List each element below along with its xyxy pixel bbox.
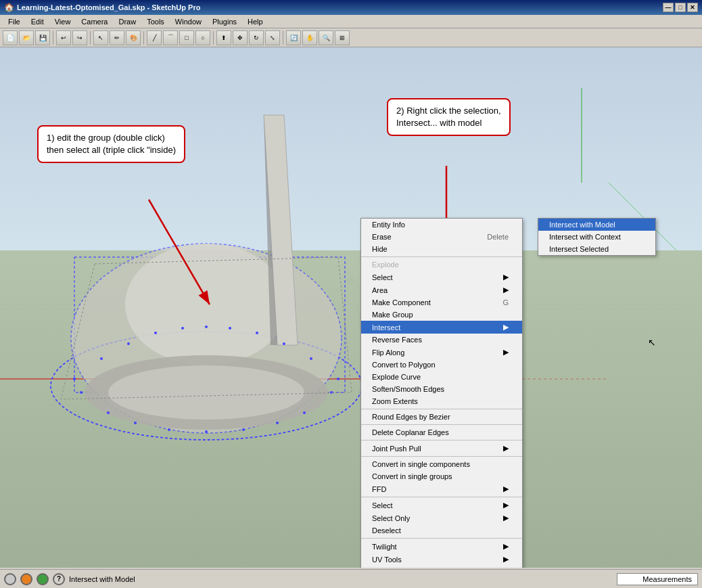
viewport: 1) edit the group (double click) then se… bbox=[0, 47, 702, 568]
ctx-select2[interactable]: Select ▶ bbox=[361, 499, 522, 512]
toolbar-redo[interactable]: ↪ bbox=[72, 30, 87, 45]
ctx-convert-polygon[interactable]: Convert to Polygon bbox=[361, 359, 522, 371]
ctx-flip-along[interactable]: Flip Along ▶ bbox=[361, 346, 522, 359]
toolbar-scale[interactable]: ⤡ bbox=[265, 30, 280, 45]
toolbar-move[interactable]: ✥ bbox=[233, 30, 248, 45]
context-menu: Entity Info Erase Delete Hide Explode Se… bbox=[360, 218, 523, 568]
ctx-sep3 bbox=[361, 424, 522, 425]
menu-camera[interactable]: Camera bbox=[76, 16, 113, 27]
close-button[interactable]: ✕ bbox=[687, 3, 698, 12]
status-circle-1[interactable] bbox=[4, 573, 16, 585]
ctx-sep6 bbox=[361, 497, 522, 497]
toolbar-zoomextents[interactable]: ⊞ bbox=[335, 30, 350, 45]
svg-point-25 bbox=[125, 244, 287, 365]
ctx-hide[interactable]: Hide bbox=[361, 243, 522, 255]
ctx-select-only[interactable]: Select Only ▶ bbox=[361, 512, 522, 524]
ctx-soften-smooth[interactable]: Soften/Smooth Edges bbox=[361, 383, 522, 395]
ctx-delete-coplanar[interactable]: Delete Coplanar Edges bbox=[361, 426, 522, 438]
ctx-zoom-extents[interactable]: Zoom Extents bbox=[361, 395, 522, 407]
toolbar-line[interactable]: ╱ bbox=[147, 30, 162, 45]
svg-point-44 bbox=[168, 428, 170, 431]
svg-point-47 bbox=[276, 422, 279, 424]
svg-point-46 bbox=[242, 428, 245, 431]
ctx-ffd[interactable]: FFD ▶ bbox=[361, 482, 522, 495]
ctx-erase[interactable]: Erase Delete bbox=[361, 231, 522, 243]
menu-window[interactable]: Window bbox=[170, 16, 207, 27]
maximize-button[interactable]: □ bbox=[675, 3, 686, 12]
title-bar: 🏠 Learning-Latest-Optomised_Gai.skp - Sk… bbox=[0, 0, 702, 15]
ctx-make-group[interactable]: Make Group bbox=[361, 309, 522, 321]
menu-draw[interactable]: Draw bbox=[113, 16, 141, 27]
toolbar-pan[interactable]: ✋ bbox=[302, 30, 317, 45]
menu-view[interactable]: View bbox=[49, 16, 76, 27]
toolbar-zoom[interactable]: 🔍 bbox=[319, 30, 333, 45]
status-circle-2[interactable] bbox=[20, 573, 32, 585]
ctx-sep2 bbox=[361, 409, 522, 409]
submenu-intersect-model[interactable]: Intersect with Model bbox=[538, 219, 655, 231]
svg-point-37 bbox=[256, 332, 258, 334]
ctx-twilight[interactable]: Twilight ▶ bbox=[361, 540, 522, 553]
toolbar-rotate[interactable]: ↻ bbox=[249, 30, 264, 45]
toolbar-pushpull[interactable]: ⬆ bbox=[216, 30, 231, 45]
ctx-intersect[interactable]: Intersect ▶ bbox=[361, 321, 522, 334]
svg-point-43 bbox=[134, 422, 137, 424]
toolbar-select[interactable]: ↖ bbox=[93, 30, 108, 45]
status-circle-3[interactable] bbox=[37, 573, 49, 585]
ctx-round-edges[interactable]: Round Edges by Bezier bbox=[361, 411, 522, 423]
annotation1-line1: 1) edit the group (double click) bbox=[47, 133, 165, 143]
annotation1: 1) edit the group (double click) then se… bbox=[37, 125, 185, 163]
toolbar-undo[interactable]: ↩ bbox=[56, 30, 71, 45]
ctx-area[interactable]: Area ▶ bbox=[361, 284, 522, 296]
menu-bar: File Edit View Camera Draw Tools Window … bbox=[0, 15, 702, 28]
ctx-reverse-faces[interactable]: Reverse Faces bbox=[361, 334, 522, 346]
toolbar-open[interactable]: 📂 bbox=[19, 30, 34, 45]
title-bar-controls[interactable]: — □ ✕ bbox=[663, 3, 698, 12]
status-bar: ? Intersect with Model Measurements bbox=[0, 569, 702, 588]
menu-plugins[interactable]: Plugins bbox=[207, 16, 242, 27]
ctx-sep7 bbox=[361, 538, 522, 539]
ctx-uv-tools[interactable]: UV Tools ▶ bbox=[361, 553, 522, 566]
toolbar-circle[interactable]: ○ bbox=[195, 30, 210, 45]
svg-point-39 bbox=[310, 357, 312, 360]
window-title: Learning-Latest-Optomised_Gai.skp - Sket… bbox=[17, 3, 200, 12]
ctx-convert-groups[interactable]: Convert in single groups bbox=[361, 470, 522, 482]
toolbar-arc[interactable]: ⌒ bbox=[163, 30, 178, 45]
submenu-intersect: Intersect with Model Intersect with Cont… bbox=[538, 218, 656, 256]
submenu-intersect-selected[interactable]: Intersect Selected bbox=[538, 243, 655, 255]
minimize-button[interactable]: — bbox=[663, 3, 674, 12]
toolbar-orbit[interactable]: 🔄 bbox=[286, 30, 301, 45]
ctx-fredo-scale[interactable]: FredoScale ▶ bbox=[361, 566, 522, 568]
svg-point-36 bbox=[229, 327, 231, 330]
status-text: Intersect with Model bbox=[69, 575, 613, 583]
ctx-select[interactable]: Select ▶ bbox=[361, 271, 522, 284]
svg-point-41 bbox=[80, 391, 83, 394]
ctx-make-component[interactable]: Make Component G bbox=[361, 296, 522, 309]
annotation2-line2: Intersect... with model bbox=[396, 118, 482, 128]
toolbar-separator-2 bbox=[90, 31, 91, 45]
ctx-joint-push-pull[interactable]: Joint Push Pull ▶ bbox=[361, 442, 522, 455]
svg-point-31 bbox=[100, 357, 103, 360]
ctx-entity-info[interactable]: Entity Info bbox=[361, 219, 522, 231]
title-bar-left: 🏠 Learning-Latest-Optomised_Gai.skp - Sk… bbox=[4, 3, 200, 12]
toolbar-paint[interactable]: 🎨 bbox=[126, 30, 141, 45]
toolbar-separator-4 bbox=[213, 31, 214, 45]
status-help-button[interactable]: ? bbox=[53, 573, 65, 585]
submenu-intersect-context[interactable]: Intersect with Context bbox=[538, 231, 655, 243]
ctx-convert-single[interactable]: Convert in single components bbox=[361, 458, 522, 470]
menu-edit[interactable]: Edit bbox=[26, 16, 49, 27]
menu-help[interactable]: Help bbox=[242, 16, 268, 27]
toolbar-new[interactable]: 📄 bbox=[3, 30, 18, 45]
svg-point-34 bbox=[181, 327, 184, 330]
svg-point-45 bbox=[205, 430, 208, 433]
svg-point-48 bbox=[303, 411, 306, 414]
svg-point-32 bbox=[127, 342, 130, 345]
toolbar-erase[interactable]: ✏ bbox=[110, 30, 124, 45]
toolbar-rect[interactable]: □ bbox=[179, 30, 194, 45]
toolbar-separator-5 bbox=[283, 31, 283, 45]
ctx-explode-curve[interactable]: Explode Curve bbox=[361, 371, 522, 383]
toolbar-save[interactable]: 💾 bbox=[35, 30, 50, 45]
menu-tools[interactable]: Tools bbox=[141, 16, 170, 27]
menu-file[interactable]: File bbox=[3, 16, 26, 27]
ctx-deselect[interactable]: Deselect bbox=[361, 524, 522, 537]
svg-point-30 bbox=[73, 378, 76, 380]
